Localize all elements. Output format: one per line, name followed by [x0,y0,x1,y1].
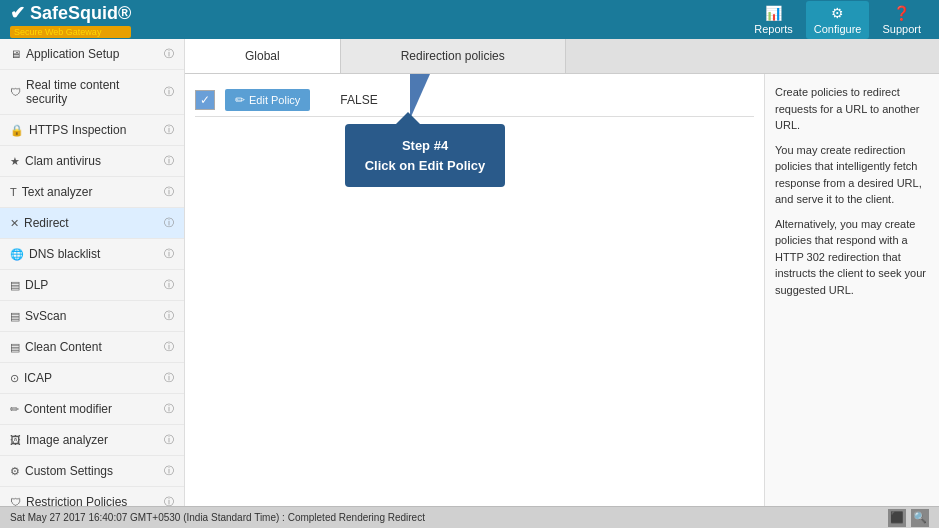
help-icon-0: ⓘ [164,47,174,61]
custom-icon: ⚙ [10,465,20,478]
help-icon-5: ⓘ [164,216,174,230]
reports-button[interactable]: 📊 Reports [746,1,801,39]
sidebar-item-label: Application Setup [26,47,119,61]
sidebar-item-label: Custom Settings [25,464,113,478]
status-icon-btn-2[interactable]: 🔍 [911,509,929,527]
edit-policy-label: Edit Policy [249,94,300,106]
sidebar-item-text[interactable]: T Text analyzer ⓘ [0,177,184,208]
sidebar-item-image[interactable]: 🖼 Image analyzer ⓘ [0,425,184,456]
table-area: ✏ Edit Policy FALSE Step #4 Click on Edi… [185,74,764,528]
sidebar-item-label: HTTPS Inspection [29,123,126,137]
support-label: Support [882,23,921,35]
sidebar-item-label: DLP [25,278,48,292]
status-text: Sat May 27 2017 16:40:07 GMT+0530 (India… [10,512,425,523]
sidebar-item-label: DNS blacklist [29,247,100,261]
dns-icon: 🌐 [10,248,24,261]
clean-icon: ▤ [10,341,20,354]
dlp-icon: ▤ [10,279,20,292]
status-icons: ⬛ 🔍 [888,509,929,527]
reports-label: Reports [754,23,793,35]
sidebar-item-label: Text analyzer [22,185,93,199]
configure-label: Configure [814,23,862,35]
right-panel-para-3: Alternatively, you may create policies t… [775,216,929,299]
help-icon-9: ⓘ [164,340,174,354]
https-icon: 🔒 [10,124,24,137]
sidebar-item-label: Real time content security [26,78,159,106]
sidebar-item-label: Redirect [24,216,69,230]
help-icon-12: ⓘ [164,433,174,447]
image-icon: 🖼 [10,434,21,446]
help-icon-2: ⓘ [164,123,174,137]
right-panel-para-1: Create policies to redirect requests for… [775,84,929,134]
content-area: Global Redirection policies ✏ Edit Polic… [185,39,939,528]
help-icon-7: ⓘ [164,278,174,292]
sidebar-item-redirect[interactable]: ✕ Redirect ⓘ [0,208,184,239]
right-panel-para-2: You may create redirection policies that… [775,142,929,208]
sidebar-item-realtime[interactable]: 🛡 Real time content security ⓘ [0,70,184,115]
sidebar-item-label: Content modifier [24,402,112,416]
sidebar-item-custom[interactable]: ⚙ Custom Settings ⓘ [0,456,184,487]
support-icon: ❓ [893,5,910,21]
sidebar-item-label: SvScan [25,309,66,323]
configure-button[interactable]: ⚙ Configure [806,1,870,39]
sidebar-item-content-mod[interactable]: ✏ Content modifier ⓘ [0,394,184,425]
edit-policy-button[interactable]: ✏ Edit Policy [225,89,310,111]
right-panel: Create policies to redirect requests for… [764,74,939,528]
text-icon: T [10,186,17,198]
sidebar-item-clamav[interactable]: ★ Clam antivirus ⓘ [0,146,184,177]
status-bar: Sat May 27 2017 16:40:07 GMT+0530 (India… [0,506,939,528]
policy-value: FALSE [320,93,377,107]
reports-icon: 📊 [765,5,782,21]
main-content: ✏ Edit Policy FALSE Step #4 Click on Edi… [185,74,939,528]
tooltip-line2: Click on Edit Policy [363,156,487,176]
tab-redirection[interactable]: Redirection policies [341,39,566,73]
sidebar-item-label: Image analyzer [26,433,108,447]
logo-sub: Secure Web Gateway [10,26,131,38]
policy-checkbox[interactable] [195,90,215,110]
sidebar-item-app-setup[interactable]: 🖥 Application Setup ⓘ [0,39,184,70]
configure-icon: ⚙ [831,5,844,21]
tab-global[interactable]: Global [185,39,341,73]
logo: ✔ SafeSquid® Secure Web Gateway [10,2,131,38]
help-icon-8: ⓘ [164,309,174,323]
help-icon-6: ⓘ [164,247,174,261]
sidebar-item-dns[interactable]: 🌐 DNS blacklist ⓘ [0,239,184,270]
help-icon-1: ⓘ [164,85,174,99]
sidebar-item-svscan[interactable]: ▤ SvScan ⓘ [0,301,184,332]
help-icon-4: ⓘ [164,185,174,199]
policy-row: ✏ Edit Policy FALSE [195,84,754,117]
help-icon-13: ⓘ [164,464,174,478]
content-mod-icon: ✏ [10,403,19,416]
sidebar: 🖥 Application Setup ⓘ 🛡 Real time conten… [0,39,185,528]
tooltip-line1: Step #4 [363,136,487,156]
sidebar-item-label: ICAP [24,371,52,385]
sidebar-item-label: Clam antivirus [25,154,101,168]
sidebar-item-icap[interactable]: ⊙ ICAP ⓘ [0,363,184,394]
sidebar-item-dlp[interactable]: ▤ DLP ⓘ [0,270,184,301]
main-layout: 🖥 Application Setup ⓘ 🛡 Real time conten… [0,39,939,528]
logo-area: ✔ SafeSquid® Secure Web Gateway [10,2,131,38]
clamav-icon: ★ [10,155,20,168]
icap-icon: ⊙ [10,372,19,385]
help-icon-11: ⓘ [164,402,174,416]
status-icon-btn-1[interactable]: ⬛ [888,509,906,527]
redirect-icon: ✕ [10,217,19,230]
header: ✔ SafeSquid® Secure Web Gateway 📊 Report… [0,0,939,39]
logo-text: ✔ SafeSquid® [10,3,131,23]
pencil-icon: ✏ [235,93,245,107]
support-button[interactable]: ❓ Support [874,1,929,39]
svscan-icon: ▤ [10,310,20,323]
help-icon-3: ⓘ [164,154,174,168]
realtime-icon: 🛡 [10,86,21,98]
tooltip-bubble: Step #4 Click on Edit Policy [345,124,505,187]
app-setup-icon: 🖥 [10,48,21,60]
sidebar-item-https[interactable]: 🔒 HTTPS Inspection ⓘ [0,115,184,146]
sidebar-item-label: Clean Content [25,340,102,354]
sidebar-item-clean[interactable]: ▤ Clean Content ⓘ [0,332,184,363]
help-icon-10: ⓘ [164,371,174,385]
tabs: Global Redirection policies [185,39,939,74]
nav-right: 📊 Reports ⚙ Configure ❓ Support [746,1,929,39]
